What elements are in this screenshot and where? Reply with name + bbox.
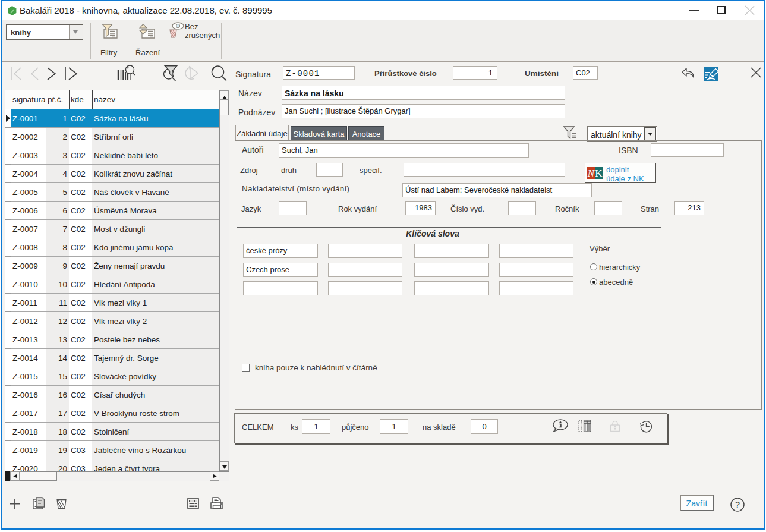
svg-text:N: N (587, 168, 595, 179)
svg-text:K: K (595, 168, 603, 179)
svg-text:?: ? (735, 499, 740, 509)
